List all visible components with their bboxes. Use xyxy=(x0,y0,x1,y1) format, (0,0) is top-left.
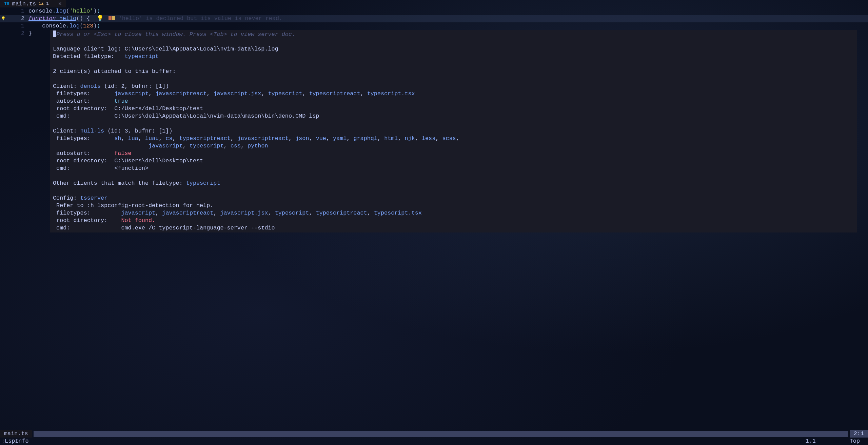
close-icon[interactable]: × xyxy=(58,1,62,7)
client1-filetypes: javascript, javascriptreact, javascript.… xyxy=(114,90,415,97)
cmd-pos: 1,1 xyxy=(806,438,816,445)
float-hint: Press q or <Esc> to close this window. P… xyxy=(56,31,295,38)
diagnostic-inline: 'hello' is declared but its value is nev… xyxy=(119,15,282,22)
status-rowcol: 2:1 xyxy=(850,430,868,438)
tab-filename: main.ts xyxy=(12,1,36,7)
tab-main-ts[interactable]: TS main.ts 1▲ 1 × xyxy=(0,0,66,7)
tab-diag-warn: 1▲ xyxy=(39,1,43,6)
cursor xyxy=(53,31,56,37)
line-number: 1 xyxy=(7,22,28,30)
typescript-icon: TS xyxy=(4,1,9,6)
statusline: main.ts 2:1 xyxy=(0,430,868,438)
command-line[interactable]: :LspInfo 1,1 Top xyxy=(0,438,868,445)
cmd-scroll: Top xyxy=(850,438,860,445)
client2-filetypes-l1: sh, lua, luau, cs, typescriptreact, java… xyxy=(114,135,459,142)
cmd-text: :LspInfo xyxy=(1,438,29,445)
tab-diag-hint: 1 xyxy=(46,1,49,6)
status-filename: main.ts xyxy=(0,430,32,438)
config-filetypes: javascript, javascriptreact, javascript.… xyxy=(121,210,421,216)
hint-sign-icon: 💡 xyxy=(1,15,6,22)
lightbulb-icon[interactable]: 💡 xyxy=(97,15,101,22)
tab-bar: TS main.ts 1▲ 1 × xyxy=(0,0,868,7)
client2-filetypes-l2: javascript, typescript, css, python xyxy=(149,143,268,149)
line-number: 2 xyxy=(7,15,28,22)
line-number: 1 xyxy=(7,7,28,15)
line-number: 2 xyxy=(7,30,28,37)
lspinfo-float[interactable]: Press q or <Esc> to close this window. P… xyxy=(50,30,857,232)
